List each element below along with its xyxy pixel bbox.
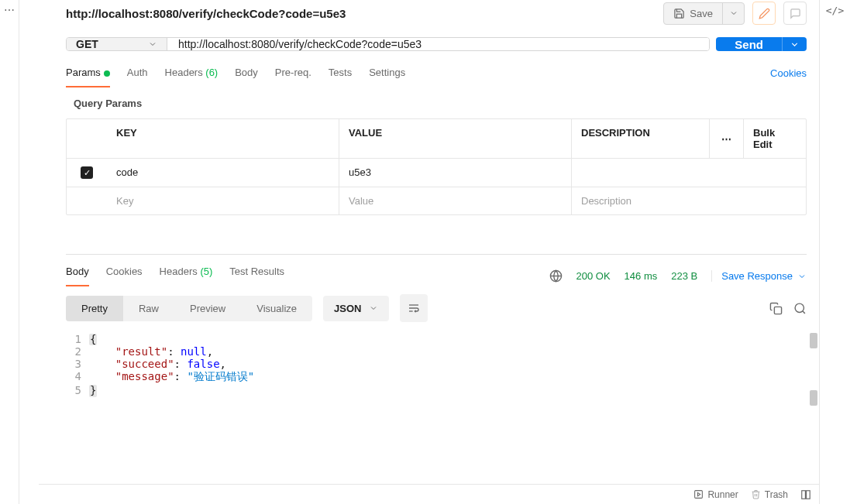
pencil-icon [759,8,770,19]
svg-line-6 [803,310,805,313]
tab-tests[interactable]: Tests [329,67,352,87]
resp-tab-body[interactable]: Body [66,266,89,286]
search-icon[interactable] [793,302,807,315]
bulk-edit-button[interactable]: Bulk Edit [744,119,806,158]
col-desc: DESCRIPTION [572,119,710,158]
status-code: 200 OK [576,270,611,282]
comment-icon [790,8,801,19]
response-message: "验证码错误" [187,370,254,382]
footer: Runner Trash [39,484,819,504]
param-desc[interactable] [572,159,806,187]
wrap-icon [408,302,420,314]
save-label: Save [690,8,713,19]
request-title: http://localhost:8080/verify/checkCode?c… [66,7,654,20]
chevron-down-icon [790,39,800,50]
tab-body[interactable]: Body [235,67,258,87]
view-visualize[interactable]: Visualize [241,296,312,321]
table-header: KEY VALUE DESCRIPTION ⋯ Bulk Edit [67,119,806,159]
send-dropdown[interactable] [782,37,807,51]
format-select[interactable]: JSON [323,296,389,321]
col-value: VALUE [339,119,572,158]
method-select[interactable]: GET [67,38,167,50]
chevron-down-icon [148,39,157,49]
status-time: 146 ms [625,270,658,282]
param-value[interactable]: u5e3 [339,159,572,187]
save-icon [673,8,685,19]
param-key[interactable]: code [107,159,339,187]
code-icon[interactable]: </> [826,5,844,16]
param-desc-placeholder[interactable]: Description [572,187,806,214]
play-icon [693,489,704,499]
svg-marker-8 [698,492,700,495]
runner-button[interactable]: Runner [693,489,738,500]
cookies-link[interactable]: Cookies [770,67,807,87]
layout-icon [800,489,811,500]
save-group: Save [663,2,745,25]
param-key-placeholder[interactable]: Key [107,187,339,214]
trash-icon [751,489,761,499]
tab-params[interactable]: Params [66,67,110,87]
params-indicator-dot [104,70,110,77]
scroll-marker [810,390,817,406]
right-sidebar: </> [819,0,850,504]
tab-prereq[interactable]: Pre-req. [275,67,311,87]
tab-auth[interactable]: Auth [127,67,148,87]
query-params-title: Query Params [19,88,819,114]
chevron-down-icon [369,303,378,313]
send-button[interactable]: Send [716,37,782,51]
scroll-marker [810,333,817,348]
save-response-button[interactable]: Save Response [711,270,807,282]
more-icon[interactable]: ⋯ [4,4,15,16]
globe-icon[interactable] [549,269,563,283]
copy-icon[interactable] [769,302,783,315]
panel-layout-button[interactable] [800,489,811,500]
view-preview[interactable]: Preview [174,296,241,321]
comment-button[interactable] [783,2,807,25]
tab-settings[interactable]: Settings [369,67,405,87]
method-value: GET [76,38,98,50]
chevron-down-icon [797,272,807,281]
status-size: 223 B [671,270,697,282]
resp-tab-headers[interactable]: Headers (5) [160,266,213,286]
edit-button[interactable] [752,2,776,25]
col-key: KEY [107,119,339,158]
resp-tab-cookies[interactable]: Cookies [106,266,143,286]
view-pretty[interactable]: Pretty [66,296,123,321]
resp-tab-testresults[interactable]: Test Results [229,266,284,286]
tab-headers[interactable]: Headers (6) [165,67,219,87]
params-table: KEY VALUE DESCRIPTION ⋯ Bulk Edit ✓ code… [66,118,807,215]
svg-rect-9 [802,490,806,499]
view-raw[interactable]: Raw [123,296,174,321]
col-more[interactable]: ⋯ [710,119,744,158]
chevron-down-icon [729,9,738,18]
table-row: ✓ code u5e3 [67,159,806,187]
table-row-empty: Key Value Description [67,187,806,214]
svg-rect-7 [695,491,703,499]
save-button[interactable]: Save [664,3,722,24]
svg-rect-4 [774,307,781,314]
svg-rect-10 [807,490,810,499]
url-input[interactable] [167,38,709,50]
view-modes: Pretty Raw Preview Visualize [66,296,312,321]
left-sidebar: ⋯ [0,0,19,504]
row-checkbox[interactable]: ✓ [81,166,93,179]
param-value-placeholder[interactable]: Value [339,187,572,214]
wrap-button[interactable] [400,294,428,322]
response-body[interactable]: 1{ 2 "result": null, 3 "succeed": false,… [19,330,819,400]
svg-point-5 [795,303,804,312]
save-dropdown[interactable] [722,3,744,24]
trash-button[interactable]: Trash [751,489,788,500]
